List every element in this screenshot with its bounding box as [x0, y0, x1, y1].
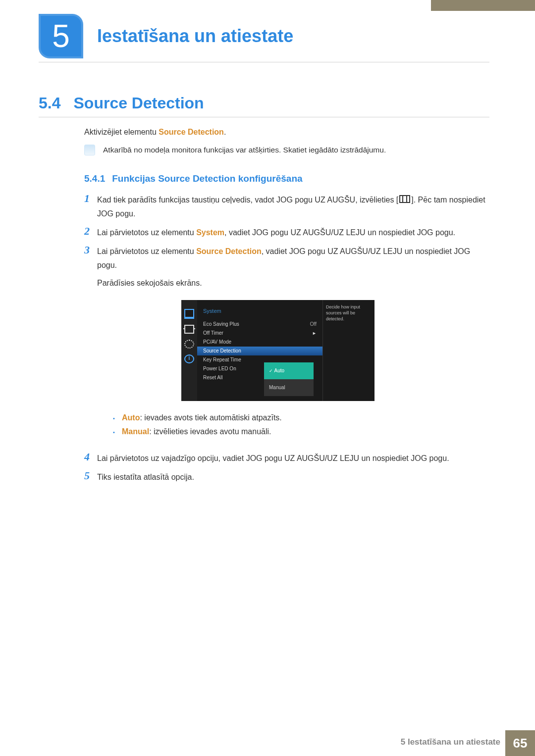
intro-highlight: Source Detection — [159, 128, 224, 136]
steps-list: 1 Kad tiek parādīts funkcijas taustiņu c… — [84, 193, 490, 489]
step3-highlight: Source Detection — [196, 247, 262, 255]
osd-options-popup: Auto Manual — [264, 362, 314, 396]
section-number: 5.4 — [39, 94, 60, 112]
step3-text-a: Lai pārvietotos uz elementu — [97, 247, 196, 255]
bullet-manual-label: Manual — [122, 427, 149, 436]
footer-page-number: 65 — [505, 730, 535, 756]
osd-option-manual: Manual — [264, 379, 314, 396]
osd-sidebar-icons: i — [181, 300, 197, 401]
step-2: 2 Lai pārvietotos uz elementu System, va… — [84, 226, 490, 240]
step-number: 5 — [84, 470, 97, 481]
step-body: Tiks iestatīta atlasītā opcija. — [97, 470, 490, 484]
osd-main: System Eco Saving Plus Off Off Timer ► P… — [197, 300, 322, 401]
chapter-header: 5 Iestatīšana un atiestate — [39, 14, 293, 58]
step-5: 5 Tiks iestatīta atlasītā opcija. — [84, 470, 490, 484]
bullet-manual-text: : izvēlieties ievades avotu manuāli. — [149, 427, 271, 436]
step2-text-a: Lai pārvietotos uz elementu — [97, 228, 196, 237]
intro-text: Aktivizējiet elementu Source Detection. — [84, 128, 226, 137]
step-number: 4 — [84, 452, 97, 462]
bullet-auto-text: : ievades avots tiek automātiski atpazīt… — [140, 413, 281, 422]
subsection-number: 5.4.1 — [84, 173, 105, 184]
step-body: Lai pārvietotos uz elementu System, vadi… — [97, 226, 490, 240]
intro-pre: Aktivizējiet elementu — [84, 128, 159, 136]
osd-label: Reset All — [203, 371, 222, 385]
info-icon: i — [184, 354, 194, 363]
divider — [39, 62, 489, 62]
osd-description: Decide how input sources will be detecte… — [322, 300, 374, 401]
monitor-icon — [184, 309, 194, 319]
step-body: Kad tiek parādīts funkcijas taustiņu ceļ… — [97, 193, 490, 221]
step1-text-a: Kad tiek parādīts funkcijas taustiņu ceļ… — [97, 196, 398, 204]
osd-panel: i System Eco Saving Plus Off Off Timer ► — [181, 300, 374, 401]
step-number: 1 — [84, 193, 97, 204]
note-icon — [84, 145, 95, 155]
step2-text-b: , vadiet JOG pogu UZ AUGŠU/UZ LEJU un no… — [224, 228, 455, 237]
osd-screenshot: i System Eco Saving Plus Off Off Timer ► — [181, 300, 490, 401]
step-number: 3 — [84, 245, 97, 255]
note-text: Atkarībā no modeļa monitora funkcijas va… — [103, 146, 386, 154]
step2-highlight: System — [196, 228, 224, 237]
bullet-manual: Manual: izvēlieties ievades avotu manuāl… — [113, 425, 490, 439]
step-body: Lai pārvietotos uz elementu Source Detec… — [97, 245, 490, 447]
bullet-auto: Auto: ievades avots tiek automātiski atp… — [113, 411, 490, 425]
bullet-auto-label: Auto — [122, 413, 140, 422]
section-heading: 5.4Source Detection — [39, 94, 204, 112]
step-3: 3 Lai pārvietotos uz elementu Source Det… — [84, 245, 490, 447]
menu-icon — [399, 195, 410, 203]
subsection-title: Funkcijas Source Detection konfigurēšana — [112, 173, 302, 184]
page-footer: 5 Iestatīšana un atiestate 65 — [0, 730, 535, 756]
step-number: 2 — [84, 226, 97, 237]
intro-post: . — [224, 128, 226, 136]
chapter-number-badge: 5 — [39, 14, 83, 58]
bullet-list: Auto: ievades avots tiek automātiski atp… — [113, 411, 490, 439]
divider — [39, 117, 489, 117]
chapter-title: Iestatīšana un atiestate — [97, 26, 293, 47]
resize-icon — [184, 325, 194, 334]
osd-option-auto: Auto — [264, 362, 314, 379]
decorative-top-bar — [431, 0, 535, 11]
chevron-right-icon: ► — [312, 326, 317, 340]
step3-text-c: Parādīsies sekojošais ekrāns. — [97, 276, 490, 290]
step-4: 4 Lai pārvietotos uz vajadzīgo opciju, v… — [84, 452, 490, 465]
footer-chapter-text: 5 Iestatīšana un atiestate — [401, 737, 500, 747]
section-title: Source Detection — [73, 94, 204, 112]
step-1: 1 Kad tiek parādīts funkcijas taustiņu c… — [84, 193, 490, 221]
step-body: Lai pārvietotos uz vajadzīgo opciju, vad… — [97, 452, 490, 465]
subsection-heading: 5.4.1Funkcijas Source Detection konfigur… — [84, 173, 303, 184]
gear-icon — [184, 340, 194, 349]
